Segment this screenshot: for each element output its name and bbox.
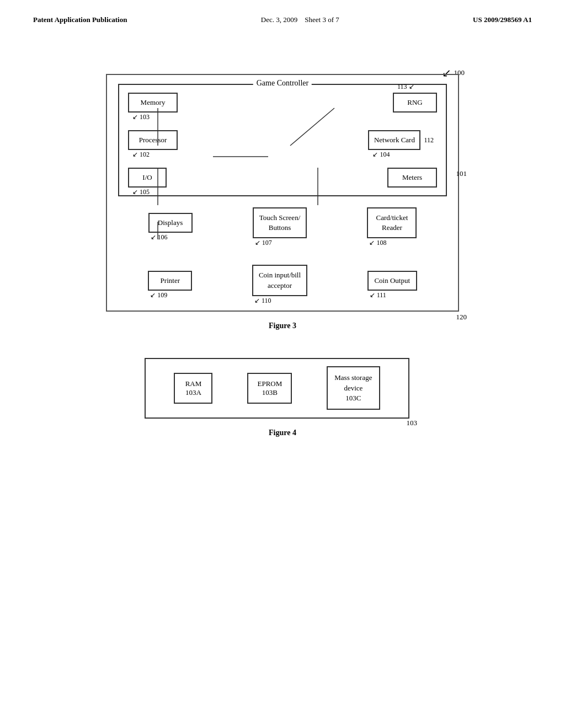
coinoutput-box: Coin Output xyxy=(367,271,417,291)
header-date: Dec. 3, 2009 Sheet 3 of 7 xyxy=(261,15,339,24)
displays-box: Displays xyxy=(148,213,193,233)
ref-113: 113 ↙ xyxy=(397,83,414,91)
rng-group: 113 ↙ RNG xyxy=(393,93,437,113)
cabinet-box: Game Controller Memory ↙ 103 113 ↙ RNG xyxy=(106,74,459,312)
game-controller-box: Game Controller Memory ↙ 103 113 ↙ RNG xyxy=(118,84,447,196)
gc-row2: Processor ↙ 102 Network Card ↙ 104 112 xyxy=(128,130,437,150)
touchscreen-box: Touch Screen/Buttons xyxy=(253,207,307,238)
printer-group: Printer ↙ 109 xyxy=(148,271,192,291)
rng-box: RNG xyxy=(393,93,437,113)
gc-row3: I/O ↙ 105 Meters xyxy=(128,168,437,188)
ref-105: ↙ 105 xyxy=(132,188,150,196)
ref-107: ↙ 107 xyxy=(255,239,272,247)
figure3-container: 100 ↙ Game Controller Memory ↙ 103 113 ↙… xyxy=(89,57,476,330)
coininput-box: Coin input/billacceptor xyxy=(252,265,307,296)
header-left: Patent Application Publication xyxy=(33,15,127,24)
gc-label: Game Controller xyxy=(253,79,312,88)
printer-box: Printer xyxy=(148,271,192,291)
ref-109: ↙ 109 xyxy=(150,291,167,299)
meters-box: Meters xyxy=(387,168,437,188)
ref-108: ↙ 108 xyxy=(369,239,386,247)
ref-112-label: 112 xyxy=(424,136,434,144)
processor-box: Processor xyxy=(128,130,178,150)
io-group: I/O ↙ 105 xyxy=(128,168,167,188)
ref-120: 120 xyxy=(456,313,467,322)
figure4-container: RAM103A EPROM103B Mass storagedevice103C… xyxy=(145,358,420,437)
eprom-group: EPROM103B xyxy=(247,373,292,404)
display-row: Displays ↙ 106 Touch Screen/Buttons ↙ 10… xyxy=(118,202,447,244)
page-header: Patent Application Publication Dec. 3, 2… xyxy=(0,0,565,24)
massstorage-group: Mass storagedevice103C xyxy=(327,366,380,410)
ref-101: 101 xyxy=(456,169,467,178)
ref-102: ↙ 102 xyxy=(132,151,150,159)
massstorage-box: Mass storagedevice103C xyxy=(327,366,380,410)
meters-group: Meters xyxy=(387,168,437,188)
coinoutput-group: Coin Output ↙ 111 xyxy=(367,271,417,291)
ref-110: ↙ 110 xyxy=(254,297,271,305)
fig4-box: RAM103A EPROM103B Mass storagedevice103C… xyxy=(145,358,409,419)
gc-row1: Memory ↙ 103 113 ↙ RNG xyxy=(128,93,437,113)
ref-111: ↙ 111 xyxy=(370,291,386,299)
processor-group: Processor ↙ 102 xyxy=(128,130,178,150)
ref-103-fig4: 103 xyxy=(407,419,418,427)
coincoin-group: Coin input/billacceptor ↙ 110 xyxy=(252,265,307,296)
ref-106: ↙ 106 xyxy=(151,233,168,242)
bottom-section: Displays ↙ 106 Touch Screen/Buttons ↙ 10… xyxy=(118,202,447,302)
ram-group: RAM103A xyxy=(174,373,212,404)
cardreader-box: Card/ticketReader xyxy=(367,207,417,238)
ram-box: RAM103A xyxy=(174,373,212,404)
printer-row: Printer ↙ 109 Coin input/billacceptor ↙ … xyxy=(118,259,447,301)
memory-box: Memory xyxy=(128,93,178,113)
touchscreen-group: Touch Screen/Buttons ↙ 107 xyxy=(253,207,307,238)
network-card-box: Network Card xyxy=(368,130,420,150)
header-right: US 2009/298569 A1 xyxy=(473,15,532,24)
network-meters-group: Network Card ↙ 104 112 xyxy=(368,130,437,150)
ref-103: ↙ 103 xyxy=(132,113,150,121)
cardreader-group: Card/ticketReader ↙ 108 xyxy=(367,207,417,238)
memory-group: Memory ↙ 103 xyxy=(128,93,178,113)
fig4-caption: Figure 4 xyxy=(145,429,420,437)
ref-104: ↙ 104 xyxy=(372,151,390,159)
main-content: 100 ↙ Game Controller Memory ↙ 103 113 ↙… xyxy=(0,24,565,448)
eprom-box: EPROM103B xyxy=(247,373,292,404)
io-box: I/O xyxy=(128,168,167,188)
displays-group: Displays ↙ 106 xyxy=(148,213,193,233)
fig3-caption: Figure 3 xyxy=(89,322,476,330)
